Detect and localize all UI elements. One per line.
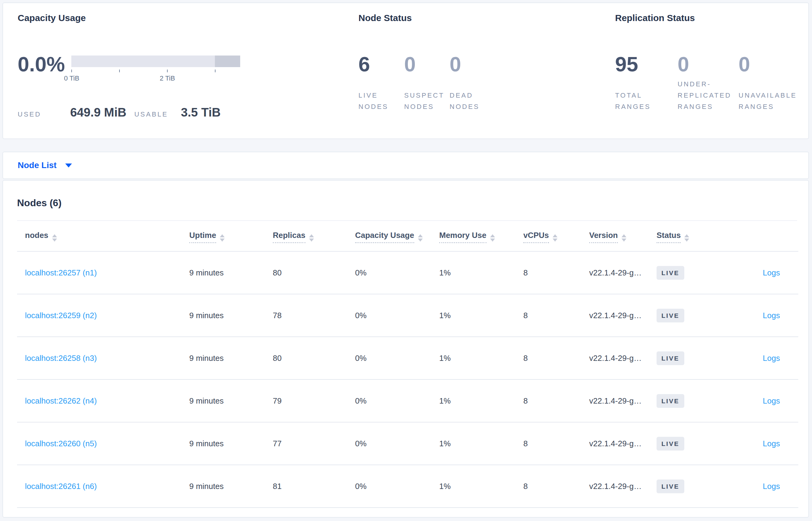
node-list-selector-bar: Node List: [2, 152, 809, 179]
capacity-cell: 0%: [347, 294, 431, 337]
memory-cell: 1%: [431, 380, 516, 422]
dead-nodes-label: DEAD NODES: [450, 90, 495, 112]
status-badge: LIVE: [656, 352, 684, 365]
replicas-cell: 80: [265, 251, 347, 294]
node-link[interactable]: localhost:26259 (n2): [25, 311, 97, 320]
uptime-cell: 9 minutes: [181, 337, 265, 380]
axis-tick: [71, 70, 72, 72]
status-badge: LIVE: [656, 394, 684, 408]
memory-cell: 1%: [431, 294, 516, 337]
version-cell: v22.1.4-29-g…: [581, 422, 649, 465]
chevron-down-icon: [65, 163, 72, 167]
sort-icon: [490, 234, 495, 242]
replicas-cell: 80: [265, 337, 347, 380]
capacity-cell: 0%: [347, 337, 431, 380]
column-header-capacity-usage[interactable]: Capacity Usage: [347, 221, 431, 251]
node-link[interactable]: localhost:26260 (n5): [25, 439, 97, 448]
status-badge: LIVE: [656, 479, 684, 493]
column-header-status[interactable]: Status: [649, 221, 730, 251]
capacity-cell: 0%: [347, 380, 431, 422]
node-link[interactable]: localhost:26257 (n1): [25, 268, 97, 277]
suspect-nodes-label: SUSPECT NODES: [404, 90, 450, 112]
unavailable-ranges-value: 0: [739, 52, 812, 76]
table-row: localhost:26262 (n4) 9 minutes 79 0% 1% …: [17, 380, 798, 422]
version-cell: v22.1.4-29-g…: [581, 251, 649, 294]
sort-icon: [684, 234, 689, 242]
dead-nodes-value: 0: [450, 52, 495, 76]
under-replicated-ranges-stat: 0 UNDER-REPLICATED RANGES: [677, 52, 739, 112]
capacity-bar: [71, 55, 240, 67]
logs-link[interactable]: Logs: [763, 482, 780, 491]
replication-stats: 95 TOTAL RANGES 0 UNDER-REPLICATED RANGE…: [615, 52, 812, 112]
vcpus-cell: 8: [516, 380, 581, 422]
capacity-cell: 0%: [347, 422, 431, 465]
column-header-vcpus[interactable]: vCPUs: [516, 221, 581, 251]
logs-link[interactable]: Logs: [763, 354, 780, 363]
capacity-usage-title: Capacity Usage: [18, 12, 341, 24]
logs-link[interactable]: Logs: [763, 268, 780, 277]
column-header-replicas[interactable]: Replicas: [265, 221, 347, 251]
node-list-dropdown[interactable]: Node List: [18, 160, 72, 170]
column-header-nodes[interactable]: nodes: [17, 221, 181, 251]
version-cell: v22.1.4-29-g…: [581, 337, 649, 380]
axis-tick-label: 0 TiB: [64, 74, 79, 82]
status-badge: LIVE: [656, 309, 684, 322]
status-badge: LIVE: [656, 437, 684, 451]
capacity-usage-section: Capacity Usage 0.0% 0 TiB 2 TiB USED 649…: [18, 12, 341, 131]
status-cell: LIVE: [649, 465, 730, 507]
column-header-logs: [730, 221, 798, 251]
node-list-dropdown-label: Node List: [18, 160, 57, 170]
total-ranges-value: 95: [615, 52, 677, 76]
node-status-title: Node Status: [358, 12, 590, 24]
status-badge: LIVE: [656, 266, 684, 280]
vcpus-cell: 8: [516, 337, 581, 380]
replicas-cell: 78: [265, 294, 347, 337]
dead-nodes-stat: 0 DEAD NODES: [450, 52, 495, 112]
suspect-nodes-value: 0: [404, 52, 450, 76]
total-ranges-label: TOTAL RANGES: [615, 90, 677, 112]
capacity-percent-value: 0.0%: [18, 52, 65, 76]
status-cell: LIVE: [649, 251, 730, 294]
sort-icon: [621, 234, 626, 242]
replicas-cell: 77: [265, 422, 347, 465]
column-header-uptime[interactable]: Uptime: [181, 221, 265, 251]
axis-tick-label: 2 TiB: [160, 74, 175, 82]
memory-cell: 1%: [431, 337, 516, 380]
capacity-used-usable-row: USED 649.9 MiB USABLE 3.5 TiB: [18, 106, 221, 119]
table-row: localhost:26257 (n1) 9 minutes 80 0% 1% …: [17, 251, 798, 294]
capacity-bar-reserved-segment: [215, 55, 240, 67]
status-cell: LIVE: [649, 380, 730, 422]
nodes-table: nodes Uptime Replicas Capacity Usage Mem…: [17, 221, 798, 508]
memory-cell: 1%: [431, 465, 516, 507]
logs-link[interactable]: Logs: [763, 396, 780, 405]
replicas-cell: 81: [265, 465, 347, 507]
node-link[interactable]: localhost:26258 (n3): [25, 354, 97, 363]
logs-link[interactable]: Logs: [763, 439, 780, 448]
capacity-cell: 0%: [347, 251, 431, 294]
cluster-summary-card: Capacity Usage 0.0% 0 TiB 2 TiB USED 649…: [2, 2, 809, 139]
under-replicated-ranges-label: UNDER-REPLICATED RANGES: [677, 78, 739, 112]
unavailable-ranges-label: UNAVAILABLE RANGES: [739, 90, 812, 112]
column-header-version[interactable]: Version: [581, 221, 649, 251]
memory-cell: 1%: [431, 422, 516, 465]
sort-icon: [52, 234, 57, 242]
uptime-cell: 9 minutes: [181, 294, 265, 337]
vcpus-cell: 8: [516, 294, 581, 337]
table-row: localhost:26259 (n2) 9 minutes 78 0% 1% …: [17, 294, 798, 337]
status-cell: LIVE: [649, 337, 730, 380]
live-nodes-value: 6: [358, 52, 404, 76]
node-link[interactable]: localhost:26262 (n4): [25, 396, 97, 405]
column-header-memory-use[interactable]: Memory Use: [431, 221, 516, 251]
status-cell: LIVE: [649, 294, 730, 337]
usable-value: 3.5 TiB: [181, 106, 220, 119]
version-cell: v22.1.4-29-g…: [581, 465, 649, 507]
vcpus-cell: 8: [516, 465, 581, 507]
replication-status-title: Replication Status: [615, 12, 804, 24]
node-link[interactable]: localhost:26261 (n6): [25, 482, 97, 491]
axis-tick: [119, 70, 120, 72]
live-nodes-label: LIVE NODES: [358, 90, 404, 112]
logs-link[interactable]: Logs: [763, 311, 780, 320]
total-ranges-stat: 95 TOTAL RANGES: [615, 52, 677, 112]
capacity-cell: 0%: [347, 465, 431, 507]
version-cell: v22.1.4-29-g…: [581, 294, 649, 337]
